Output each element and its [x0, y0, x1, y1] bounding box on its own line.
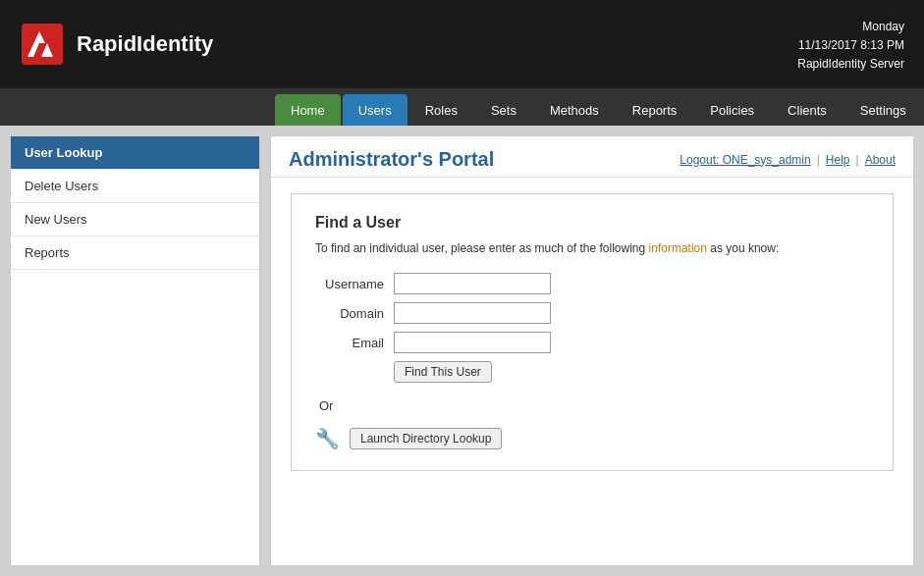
nav-tab-methods[interactable]: Methods [534, 94, 615, 126]
header-links: Logout: ONE_sys_admin | Help | About [679, 153, 896, 167]
directory-row: 🔧 Launch Directory Lookup [315, 427, 869, 450]
sidebar-item-user-lookup[interactable]: User Lookup [11, 136, 259, 170]
email-input[interactable] [394, 332, 551, 353]
nav-tab-roles[interactable]: Roles [409, 94, 473, 126]
sidebar-item-new-users[interactable]: New Users [11, 203, 259, 236]
find-button-row: Find This User [394, 361, 869, 383]
header: RapidIdentity Monday 11/13/2017 8:13 PM … [0, 0, 924, 88]
sidebar: User Lookup Delete Users New Users Repor… [10, 135, 260, 566]
nav-bar: Home Users Roles Sets Methods Reports Po… [0, 88, 924, 126]
nav-tab-sets[interactable]: Sets [475, 94, 532, 126]
nav-tab-settings[interactable]: Settings [844, 94, 922, 126]
username-row: Username [315, 273, 869, 294]
username-label: Username [315, 277, 394, 291]
logo-area: RapidIdentity [20, 22, 213, 67]
find-user-form-area: Find a User To find an individual user, … [291, 193, 894, 471]
domain-label: Domain [315, 306, 394, 321]
content-header: Administrator's Portal Logout: ONE_sys_a… [271, 136, 913, 178]
about-link[interactable]: About [865, 153, 896, 167]
email-label: Email [315, 336, 394, 350]
sidebar-item-delete-users[interactable]: Delete Users [11, 170, 259, 203]
header-datetime: 11/13/2017 8:13 PM [798, 38, 904, 52]
form-desc-highlight: information [649, 241, 707, 255]
launch-directory-lookup-button[interactable]: Launch Directory Lookup [350, 428, 502, 449]
header-day: Monday [862, 20, 904, 33]
logout-link[interactable]: Logout: ONE_sys_admin [679, 153, 810, 167]
domain-input[interactable] [394, 302, 551, 324]
nav-tab-clients[interactable]: Clients [772, 94, 842, 126]
help-link[interactable]: Help [826, 153, 850, 167]
header-server: RapidIdentity Server [797, 57, 904, 71]
separator-1: | [817, 153, 820, 167]
username-input[interactable] [394, 273, 551, 294]
nav-tab-policies[interactable]: Policies [694, 94, 770, 126]
email-row: Email [315, 332, 869, 353]
separator-2: | [856, 153, 859, 167]
form-desc-text1: To find an individual user, please enter… [315, 241, 649, 255]
domain-row: Domain [315, 302, 869, 324]
form-title: Find a User [315, 214, 869, 232]
nav-tab-reports[interactable]: Reports [617, 94, 693, 126]
form-description: To find an individual user, please enter… [315, 239, 869, 257]
content-area: Administrator's Portal Logout: ONE_sys_a… [270, 135, 914, 566]
rapididentity-logo-icon [20, 22, 65, 67]
or-divider: Or [319, 398, 869, 413]
sidebar-item-reports[interactable]: Reports [11, 236, 259, 270]
portal-title: Administrator's Portal [289, 148, 494, 171]
nav-tab-users[interactable]: Users [343, 94, 408, 126]
header-datetime: Monday 11/13/2017 8:13 PM RapidIdentity … [797, 18, 904, 75]
main-container: User Lookup Delete Users New Users Repor… [0, 126, 924, 576]
svg-rect-0 [22, 24, 63, 65]
find-this-user-button[interactable]: Find This User [394, 361, 492, 383]
logo-text: RapidIdentity [77, 31, 213, 57]
wrench-icon: 🔧 [315, 427, 340, 450]
form-desc-text2: as you know: [707, 241, 779, 255]
nav-tab-home[interactable]: Home [275, 94, 341, 126]
